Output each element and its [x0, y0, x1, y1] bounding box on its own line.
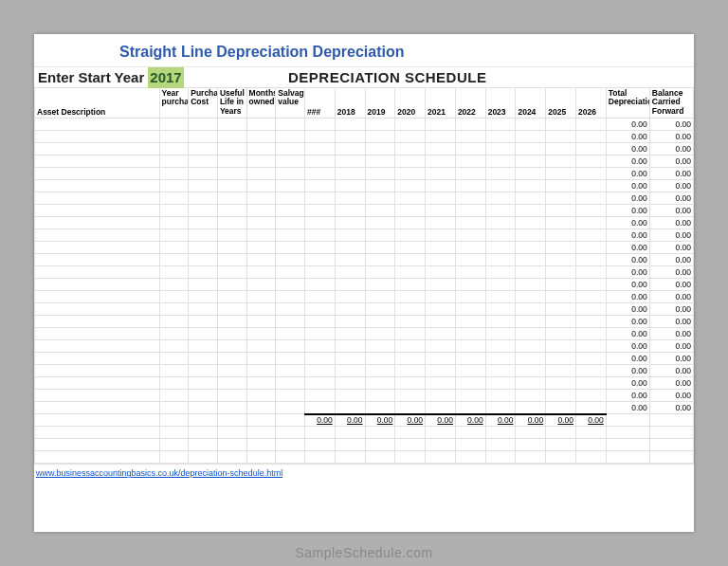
cell[interactable]: [516, 168, 546, 180]
cell[interactable]: [35, 390, 160, 402]
cell[interactable]: 0.00: [606, 143, 649, 155]
cell[interactable]: [276, 192, 305, 205]
cell[interactable]: [189, 291, 218, 303]
cell[interactable]: [365, 390, 395, 402]
cell[interactable]: [276, 155, 305, 168]
cell[interactable]: [455, 180, 485, 192]
cell[interactable]: [217, 143, 246, 155]
cell[interactable]: [485, 303, 516, 316]
cell[interactable]: [455, 192, 485, 205]
cell[interactable]: [576, 451, 607, 464]
cell[interactable]: [335, 316, 365, 328]
cell[interactable]: [217, 131, 246, 143]
cell[interactable]: [546, 254, 576, 266]
cell[interactable]: [576, 192, 607, 205]
cell[interactable]: [365, 402, 395, 414]
cell[interactable]: [217, 155, 246, 168]
cell[interactable]: [304, 155, 335, 168]
cell[interactable]: [335, 266, 365, 279]
cell[interactable]: [546, 180, 576, 192]
cell[interactable]: [335, 143, 365, 155]
cell[interactable]: [189, 377, 218, 390]
cell[interactable]: [35, 131, 160, 143]
cell[interactable]: [576, 377, 607, 390]
cell[interactable]: [395, 192, 426, 205]
cell[interactable]: [276, 353, 305, 365]
cell[interactable]: [217, 365, 246, 377]
cell[interactable]: [455, 439, 485, 451]
cell[interactable]: [35, 254, 160, 266]
cell[interactable]: [546, 192, 576, 205]
cell[interactable]: [576, 168, 607, 180]
cell[interactable]: [276, 303, 305, 316]
cell[interactable]: [276, 390, 305, 402]
cell[interactable]: [485, 353, 516, 365]
cell[interactable]: [246, 143, 276, 155]
cell[interactable]: [516, 390, 546, 402]
cell[interactable]: [276, 119, 305, 131]
cell[interactable]: [395, 266, 426, 279]
cell[interactable]: [546, 205, 576, 217]
cell[interactable]: [576, 205, 607, 217]
cell[interactable]: [304, 242, 335, 254]
cell[interactable]: [159, 180, 189, 192]
cell[interactable]: [576, 316, 607, 328]
cell[interactable]: [304, 143, 335, 155]
cell[interactable]: [304, 266, 335, 279]
cell[interactable]: [35, 168, 160, 180]
cell[interactable]: [335, 427, 365, 439]
cell[interactable]: [485, 402, 516, 414]
cell[interactable]: [485, 377, 516, 390]
cell[interactable]: [395, 279, 426, 291]
cell[interactable]: 0.00: [606, 279, 649, 291]
cell[interactable]: [455, 266, 485, 279]
cell[interactable]: [365, 217, 395, 229]
cell[interactable]: [246, 131, 276, 143]
cell[interactable]: [455, 279, 485, 291]
cell[interactable]: [246, 119, 276, 131]
cell[interactable]: [246, 229, 276, 242]
cell[interactable]: [576, 328, 607, 340]
cell[interactable]: [35, 217, 160, 229]
cell[interactable]: [426, 242, 456, 254]
cell[interactable]: [304, 340, 335, 353]
cell[interactable]: [426, 390, 456, 402]
cell[interactable]: [217, 266, 246, 279]
cell[interactable]: [365, 328, 395, 340]
cell[interactable]: [189, 439, 218, 451]
cell[interactable]: [217, 217, 246, 229]
cell[interactable]: [365, 451, 395, 464]
cell[interactable]: [35, 143, 160, 155]
cell[interactable]: 0.00: [606, 291, 649, 303]
cell[interactable]: [546, 328, 576, 340]
cell[interactable]: [395, 291, 426, 303]
cell[interactable]: 0.00: [649, 390, 693, 402]
cell[interactable]: [485, 390, 516, 402]
cell[interactable]: [516, 155, 546, 168]
cell[interactable]: [365, 229, 395, 242]
cell[interactable]: 0.00: [606, 119, 649, 131]
cell[interactable]: [246, 377, 276, 390]
cell[interactable]: [335, 168, 365, 180]
cell[interactable]: [335, 180, 365, 192]
cell[interactable]: 0.00: [649, 217, 693, 229]
cell[interactable]: [365, 316, 395, 328]
cell[interactable]: [455, 291, 485, 303]
cell[interactable]: [365, 279, 395, 291]
cell[interactable]: [35, 229, 160, 242]
cell[interactable]: 0.00: [606, 365, 649, 377]
cell[interactable]: 0.00: [649, 328, 693, 340]
cell[interactable]: [516, 192, 546, 205]
cell[interactable]: [516, 340, 546, 353]
cell[interactable]: [335, 291, 365, 303]
cell[interactable]: [335, 229, 365, 242]
cell[interactable]: [606, 451, 649, 464]
cell[interactable]: [546, 217, 576, 229]
cell[interactable]: [189, 155, 218, 168]
cell[interactable]: [516, 439, 546, 451]
cell[interactable]: [35, 303, 160, 316]
cell[interactable]: [395, 451, 426, 464]
cell[interactable]: [426, 328, 456, 340]
cell[interactable]: [576, 131, 607, 143]
cell[interactable]: [546, 229, 576, 242]
